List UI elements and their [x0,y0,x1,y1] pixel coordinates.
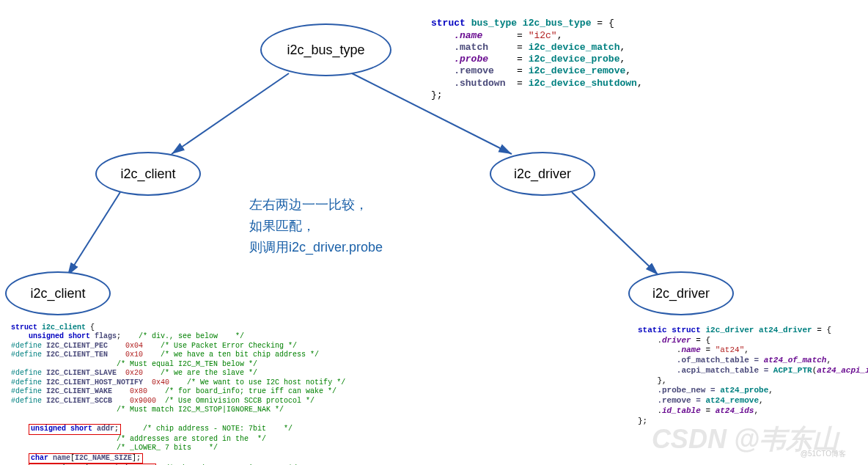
svg-line-2 [67,192,120,276]
code-at24-driver: static struct i2c_driver at24_driver = {… [638,315,868,426]
node-client-bot: i2c_client [5,271,111,315]
caption-line: 如果匹配， [249,216,383,237]
middle-caption: 左右两边一一比较， 如果匹配， 则调用i2c_driver.probe [249,194,383,257]
node-driver-mid: i2c_driver [490,152,595,196]
node-driver-bot: i2c_driver [628,271,734,315]
node-client-mid: i2c_client [95,152,201,196]
caption-line: 则调用i2c_driver.probe [249,237,383,258]
svg-line-3 [572,192,658,275]
code-i2c-client: struct i2c_client { unsigned short flags… [11,314,345,465]
code-bus-type: struct bus_type i2c_bus_type = { .name =… [431,6,643,101]
caption-line: 左右两边一一比较， [249,194,383,216]
node-bus-type: i2c_bus_type [260,23,391,76]
watermark-small: @51CTO博客 [801,449,846,459]
svg-line-0 [172,73,289,154]
